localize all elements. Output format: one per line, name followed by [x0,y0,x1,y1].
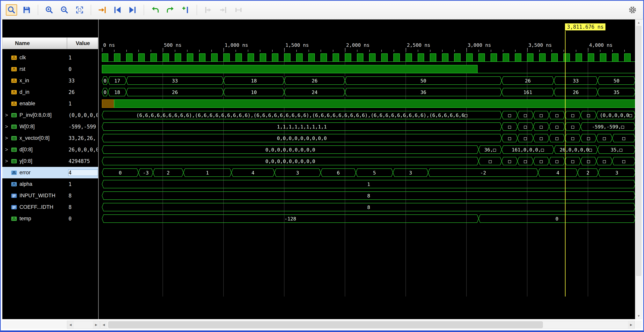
svg-text:8: 8 [367,193,370,199]
zoom-in-button[interactable] [44,4,55,16]
signal-row-clk[interactable]: clk1 [2,52,98,63]
svg-text:□: □ [603,135,606,141]
signal-type-icon [11,181,20,187]
signal-row-error[interactable]: error4 [2,167,98,178]
ruler-tick-mark [284,48,284,52]
next-marker-button[interactable] [165,4,176,16]
svg-text:26,0,0,0,0□: 26,0,0,0,0□ [560,147,592,153]
signal-name-label: P_inv[0:8,0:8] [20,112,68,118]
cursor-line[interactable] [565,31,566,296]
next-transition-button[interactable] [127,4,138,16]
signal-row-W[0:8][interactable]: >W[0:8]-599,-599 [2,121,98,132]
expander-icon[interactable]: > [2,112,11,118]
svg-text:□: □ [540,112,542,118]
svg-text:36: 36 [420,89,426,95]
ruler-tick-label: 1,000 ns [225,42,248,48]
zoom-area-tool-button[interactable] [6,4,17,16]
wave-scroll-track[interactable] [107,321,628,329]
signal-row-alpha[interactable]: alpha1 [2,178,98,190]
signal-value-label: (0,0,0,0,0 [68,112,98,118]
signal-row-rst[interactable]: rst0 [2,63,98,75]
waveform-area[interactable]: 3,811.676 ns 0 ns500 ns1,000 ns1,500 ns2… [99,20,635,319]
signal-row-temp[interactable]: temp0 [2,213,98,224]
signal-name-label: COEFF...IDTH [20,204,68,210]
ruler-tick-mark [466,48,467,52]
svg-text:□: □ [571,158,574,164]
svg-text:17: 17 [114,78,120,84]
signal-row-d[0:8][interactable]: >d[0:8]26,0,0,0,0 [2,144,98,155]
signal-row-P_inv[0:8,0:8][interactable]: >P_inv[0:8,0:8](0,0,0,0,0 [2,109,98,121]
go-to-time-cursor-button[interactable] [96,4,108,16]
vertical-scroll-thumb[interactable] [636,26,641,276]
cursor-time-label: 3,811.676 ns [565,23,606,30]
previous-transition-button[interactable] [112,4,123,16]
name-panel-hscrollbar[interactable]: ◀ ▶ [67,321,100,329]
svg-text:33: 33 [172,78,178,84]
expander-icon[interactable]: > [2,124,11,130]
svg-text:1: 1 [206,170,209,176]
wave-scroll-left-arrow[interactable]: ◀ [100,321,107,329]
time-ruler[interactable]: 0 ns500 ns1,000 ns1,500 ns2,000 ns2,500 … [99,38,635,52]
svg-text:□: □ [622,135,625,141]
signal-name-label: W[0:8] [20,124,68,130]
waveform-scroll-thumb[interactable] [108,321,543,328]
waveform-hscrollbar[interactable]: ◀ ▶ [100,321,635,329]
signal-value-label: 26 [68,89,98,95]
svg-text:0: 0 [556,216,558,222]
svg-text:2: 2 [586,170,589,176]
svg-text:□: □ [556,135,558,141]
previous-marker-button[interactable] [150,4,161,16]
svg-text:1: 1 [367,182,370,187]
signal-type-icon [11,147,20,153]
signal-type-icon [11,66,20,72]
scroll-down-arrow[interactable]: ▼ [636,313,642,319]
scroll-left-arrow[interactable]: ◀ [67,321,74,329]
svg-text:□: □ [524,112,527,118]
signal-name-label: x_in [20,78,68,84]
svg-text:0: 0 [119,170,122,176]
ruler-tick-label: 500 ns [164,42,182,48]
signal-name-label: clk [20,55,68,61]
expander-icon[interactable]: > [2,158,11,164]
scroll-up-arrow[interactable]: ▲ [636,20,642,26]
signal-row-x_vector[0:8][interactable]: >x_vector[0:8]33,26,26, [2,132,98,144]
svg-text:26: 26 [573,89,579,95]
name-scroll-track[interactable] [74,321,93,329]
svg-text:□: □ [508,158,511,164]
wave-scroll-right-arrow[interactable]: ▶ [628,321,634,329]
signal-row-enable[interactable]: enable1 [2,98,98,109]
svg-text:-128: -128 [284,216,296,222]
svg-text:33: 33 [573,78,579,84]
signal-row-d_in[interactable]: d_in26 [2,86,98,98]
expander-icon[interactable]: > [2,135,11,141]
add-marker-button[interactable] [180,4,191,16]
expander-icon[interactable]: > [2,147,11,153]
signal-value-label: 33 [68,78,98,84]
toolbar-separator [38,5,38,15]
signal-type-icon [11,193,20,199]
svg-text:□: □ [622,158,625,164]
save-configuration-button[interactable] [21,4,32,16]
scroll-right-arrow[interactable]: ▶ [93,321,100,329]
signal-row-x_in[interactable]: x_in33 [2,75,98,86]
svg-text:□: □ [508,124,511,130]
name-column-header[interactable]: Name [2,37,67,49]
value-column-header[interactable]: Value [67,37,98,49]
zoom-out-button[interactable] [59,4,70,16]
wave-canvas[interactable]: 01733182650263350018261024361612635(6,6,… [99,52,635,297]
svg-text:3: 3 [409,170,412,176]
swap-cursors-button [202,4,214,16]
svg-text:□: □ [571,135,574,141]
settings-button[interactable] [627,4,638,16]
zoom-fit-button[interactable] [74,4,85,16]
signal-row-y[0:8][interactable]: >y[0:8]4294875 [2,155,98,167]
svg-text:0: 0 [104,78,106,84]
svg-text:□: □ [571,124,574,130]
signal-row-INPUT_WIDTH[interactable]: INPUT_WIDTH8 [2,190,98,201]
signal-type-icon [11,124,20,130]
signal-type-icon [11,78,20,84]
signal-row-COEFF...IDTH[interactable]: COEFF...IDTH8 [2,201,98,213]
svg-text:6: 6 [337,170,340,176]
vertical-scrollbar[interactable]: ▲ ▼ [636,20,642,319]
svg-text:0,0,0,0,0,0,0,0,0: 0,0,0,0,0,0,0,0,0 [265,158,315,164]
